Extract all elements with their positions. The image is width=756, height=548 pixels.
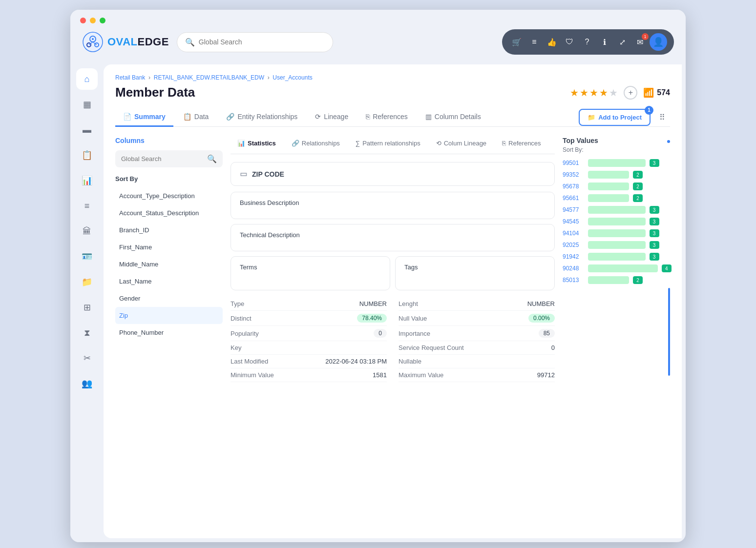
- column-item-5[interactable]: Last_Name: [115, 273, 223, 290]
- sidebar-item-list[interactable]: ≡: [76, 195, 98, 217]
- column-item-0[interactable]: Account_Type_Description: [115, 187, 223, 204]
- sidebar-item-home[interactable]: ⌂: [76, 68, 98, 90]
- value-label-6[interactable]: 94104: [563, 230, 584, 237]
- sidebar-item-idcard[interactable]: 🪪: [76, 246, 98, 267]
- value-label-4[interactable]: 94577: [563, 206, 584, 213]
- breadcrumb-retail-bank[interactable]: Retail Bank: [115, 74, 145, 81]
- stat-max-value: Maximum Value 99712: [399, 368, 555, 382]
- column-item-2[interactable]: Branch_ID: [115, 222, 223, 239]
- value-label-10[interactable]: 85013: [563, 277, 584, 284]
- tab-references[interactable]: ⎘ References: [358, 108, 416, 127]
- info-icon-btn[interactable]: ℹ: [597, 34, 612, 50]
- user-avatar-btn[interactable]: 👤: [650, 33, 667, 51]
- tab-data[interactable]: 📋 Data: [175, 108, 217, 127]
- value-row-0: 99501 3: [563, 159, 670, 167]
- like-icon-btn[interactable]: 👍: [544, 34, 560, 50]
- add-to-project-button[interactable]: 📁 Add to Project 1: [579, 109, 651, 126]
- value-bar-8: 3: [588, 253, 646, 261]
- right-scrollbar-track[interactable]: [668, 288, 670, 376]
- sidebar-item-tools[interactable]: ✂: [76, 347, 98, 369]
- sidebar-item-grid[interactable]: ⊞: [76, 297, 98, 318]
- value-bar-7: 3: [588, 241, 646, 249]
- zip-icon: ▭: [240, 169, 247, 179]
- value-bar-wrap-2: 2: [588, 183, 670, 190]
- sub-tab-references[interactable]: ⎘ References: [495, 137, 547, 150]
- sigma-icon: ∑: [356, 140, 360, 147]
- column-item-3[interactable]: First_Name: [115, 239, 223, 256]
- references-icon: ⎘: [366, 113, 370, 121]
- sub-tab-statistics[interactable]: 📊 Statistics: [231, 137, 283, 150]
- value-row-9: 90248 4: [563, 264, 670, 272]
- minimize-dot[interactable]: [90, 18, 96, 23]
- stat-importance: Importance 85: [399, 326, 555, 341]
- global-search-bar[interactable]: 🔍: [177, 32, 333, 52]
- sidebar-item-bank[interactable]: 🏛: [76, 221, 98, 242]
- sidebar-item-table[interactable]: ▦: [76, 94, 98, 115]
- sidebar-item-clipboard[interactable]: 📋: [76, 144, 98, 166]
- column-item-4[interactable]: Middle_Name: [115, 256, 223, 273]
- expand-icon-btn[interactable]: ⤢: [614, 34, 630, 50]
- value-label-9[interactable]: 90248: [563, 265, 584, 272]
- value-label-8[interactable]: 91942: [563, 253, 584, 260]
- last-modified-label: Last Modified: [231, 358, 268, 365]
- right-scrollbar[interactable]: [667, 140, 670, 143]
- inner-layout: Columns 🔍 Sort By Account_Type_Descripti…: [115, 137, 670, 528]
- value-label-7[interactable]: 92025: [563, 242, 584, 248]
- tab-lineage[interactable]: ⟳ Lineage: [307, 108, 356, 127]
- star-5: ★: [609, 87, 618, 99]
- service-request-label: Service Request Count: [399, 344, 464, 351]
- stat-length: Lenght NUMBER: [399, 297, 555, 311]
- column-item-8[interactable]: Phone_Number: [115, 324, 223, 341]
- value-bar-3: 2: [588, 194, 629, 202]
- value-count-8: 3: [650, 253, 659, 261]
- tags-card: Tags: [395, 256, 555, 290]
- value-label-0[interactable]: 99501: [563, 160, 584, 166]
- tab-entity-relationships[interactable]: 🔗 Entity Relationships: [218, 108, 305, 127]
- value-bar-6: 3: [588, 229, 646, 237]
- sub-tab-column-lineage[interactable]: ⟲ Colum Lineage: [429, 137, 493, 150]
- value-bar-wrap-4: 3: [588, 206, 670, 214]
- null-value-label: Null Value: [399, 315, 427, 322]
- list-icon-btn[interactable]: ≡: [526, 34, 542, 50]
- value-label-5[interactable]: 94545: [563, 218, 584, 225]
- cart-icon-btn[interactable]: 🛒: [509, 34, 525, 50]
- value-label-3[interactable]: 95661: [563, 195, 584, 202]
- sub-tab-pattern-rel[interactable]: ∑ Pattern relationships: [349, 137, 427, 150]
- value-row-10: 85013 2: [563, 276, 670, 284]
- breadcrumb-edw[interactable]: RETAIL_BANK_EDW.RETAILBANK_EDW: [154, 74, 264, 81]
- maximize-dot[interactable]: [100, 18, 105, 23]
- search-input[interactable]: [199, 38, 325, 46]
- sidebar-item-document[interactable]: ▬: [76, 119, 98, 141]
- column-item-6[interactable]: Gender: [115, 290, 223, 307]
- sub-tab-relationships[interactable]: 🔗 Relationships: [285, 137, 347, 150]
- sidebar-item-folder[interactable]: 📁: [76, 271, 98, 293]
- column-item-1[interactable]: Account_Status_Description: [115, 204, 223, 222]
- column-search[interactable]: 🔍: [115, 150, 223, 167]
- shield-icon-btn[interactable]: 🛡: [562, 34, 577, 50]
- value-label-2[interactable]: 95678: [563, 183, 584, 190]
- star-rating[interactable]: ★ ★ ★ ★ ★: [570, 87, 618, 99]
- value-bar-0: 3: [588, 159, 646, 167]
- sidebar-item-users[interactable]: 👥: [76, 373, 98, 394]
- tab-references-label: References: [373, 113, 408, 121]
- value-bar-wrap-5: 3: [588, 218, 670, 225]
- zip-code-header: ▭ ZIP CODE: [231, 162, 555, 186]
- grid-view-button[interactable]: ⠿: [654, 109, 670, 125]
- relationships-icon: 🔗: [292, 140, 299, 147]
- type-label: Type: [231, 300, 244, 307]
- stat-key: Key: [231, 341, 387, 355]
- tab-summary[interactable]: 📄 Summary: [115, 108, 173, 127]
- sidebar-item-chart[interactable]: 📊: [76, 170, 98, 191]
- help-icon-btn[interactable]: ?: [579, 34, 595, 50]
- service-request-value: 0: [551, 344, 555, 351]
- sidebar-item-hourglass[interactable]: ⧗: [76, 322, 98, 344]
- tab-entity-label: Entity Relationships: [237, 113, 297, 121]
- column-item-7[interactable]: Zip: [115, 307, 223, 324]
- close-dot[interactable]: [80, 18, 86, 23]
- tab-column-details[interactable]: ▥ Column Details: [418, 108, 489, 127]
- column-search-input[interactable]: [121, 155, 203, 162]
- mail-icon-btn[interactable]: ✉ 1: [632, 34, 648, 50]
- add-star-button[interactable]: +: [624, 86, 637, 100]
- value-label-1[interactable]: 99352: [563, 171, 584, 178]
- distinct-label: Distinct: [231, 315, 252, 322]
